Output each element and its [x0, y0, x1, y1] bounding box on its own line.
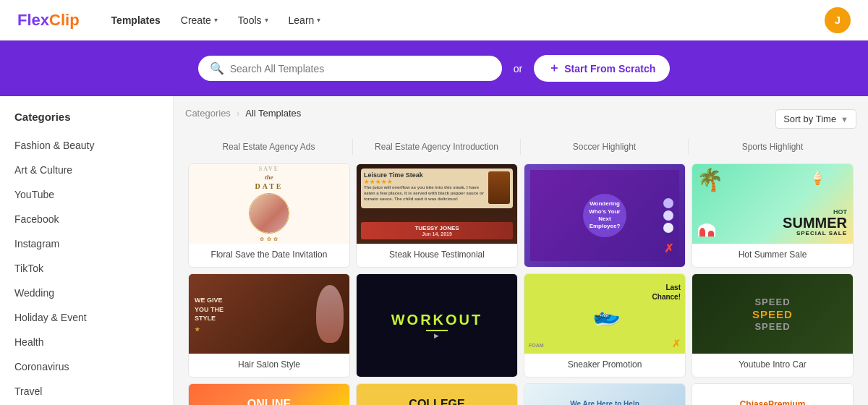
college-text: COLLEGE [409, 398, 464, 406]
sidebar: Categories Fashion & Beauty Art & Cultur… [0, 96, 174, 405]
main-nav: Templates Create ▾ Tools ▾ Learn ▾ [103, 10, 330, 30]
save-date-title: the [265, 174, 273, 181]
template-label-speed: Youtube Intro Car [692, 354, 853, 377]
nav-tools[interactable]: Tools ▾ [229, 10, 277, 30]
template-label-sneaker: Sneaker Promotion [524, 354, 685, 377]
nav-tools-label: Tools [238, 14, 262, 26]
or-text: or [514, 63, 522, 74]
sidebar-item-youtube[interactable]: YouTube [0, 182, 173, 207]
template-recruiting[interactable]: WonderingWho's YourNextEmployee? ✗ Recru… [524, 163, 686, 268]
nav-create-arrow: ▾ [214, 16, 218, 24]
sidebar-item-facebook[interactable]: Facebook [0, 207, 173, 231]
help-text: We Are Here to Help [570, 400, 639, 405]
checkmark-yellow-icon: ✗ [672, 338, 681, 349]
start-from-scratch-button[interactable]: ＋ Start From Scratch [534, 55, 670, 82]
sort-arrow: ▼ [841, 115, 848, 124]
steak-person: TUESSY JONES [364, 225, 510, 231]
search-input[interactable] [230, 63, 490, 74]
template-row-3: ONLINE COLLEGE We Are Here to Help Chias… [185, 380, 856, 405]
sidebar-item-health[interactable]: Health [0, 330, 173, 354]
template-college[interactable]: COLLEGE [356, 383, 518, 405]
avatar[interactable]: J [825, 7, 851, 33]
save-date-circle [249, 193, 289, 234]
template-steak-house[interactable]: Leisure Time Steak ★★★★★ The juice will … [356, 163, 518, 268]
last-chance-text: LastChance! [652, 283, 681, 302]
nav-learn-arrow: ▾ [317, 16, 320, 24]
sidebar-item-tiktok[interactable]: TikTok [0, 256, 173, 281]
template-sneaker[interactable]: 👟 LastChance! FOAM ✗ Sneaker Promotion [524, 273, 686, 378]
start-btn-label: Start From Scratch [564, 63, 655, 74]
template-row-1: SAVE the DATE ✿ ✿ ✿ Floral Save the Date… [185, 161, 856, 270]
checkmark-icon: ✗ [664, 242, 673, 255]
template-chiase[interactable]: ChiasePremium [692, 383, 854, 405]
hair-text: WE GIVEYOU THESTYLE ★ [195, 296, 224, 333]
summer-swim-icon [698, 223, 715, 236]
template-label-recruiting: Recruiting Agency [524, 267, 685, 268]
header: FlexClip Templates Create ▾ Tools ▾ Lear… [0, 0, 868, 40]
online-text: ONLINE [247, 398, 291, 406]
chiase-text: ChiasePremium [740, 399, 806, 406]
recruiting-faces [663, 198, 673, 233]
main-content: Categories Fashion & Beauty Art & Cultur… [0, 96, 868, 405]
steak-brand: Leisure Time Steak [364, 171, 485, 179]
search-bar-container: 🔍 [198, 56, 502, 81]
sidebar-item-wedding[interactable]: Wedding [0, 281, 173, 305]
save-date-date: DATE [255, 182, 283, 190]
sidebar-title: Categories [0, 111, 173, 133]
sort-label: Sort by Time [783, 114, 836, 124]
breadcrumb-current: All Templates [245, 108, 301, 119]
sort-dropdown[interactable]: Sort by Time ▼ [775, 109, 856, 129]
logo-clip: Clip [49, 11, 80, 30]
nav-create[interactable]: Create ▾ [172, 10, 226, 30]
breadcrumb-categories[interactable]: Categories [185, 108, 231, 119]
search-icon: 🔍 [210, 61, 224, 75]
breadcrumb-separator: › [237, 108, 239, 119]
templates-area: Categories › All Templates Sort by Time … [174, 96, 868, 405]
hair-model-silhouette [316, 285, 344, 343]
save-date-flowers: ✿ ✿ ✿ [260, 236, 279, 242]
logo[interactable]: FlexClip [17, 11, 80, 30]
sidebar-item-holiday[interactable]: Holiday & Event [0, 305, 173, 330]
recruiting-circle: WonderingWho's YourNextEmployee? [583, 194, 626, 237]
template-label-summer: Hot Summer Sale [692, 244, 853, 267]
recruiting-bg: WonderingWho's YourNextEmployee? ✗ [530, 170, 679, 261]
sidebar-item-coronavirus[interactable]: Coronavirus [0, 354, 173, 379]
sidebar-item-fashion[interactable]: Fashion & Beauty [0, 133, 173, 158]
template-help[interactable]: We Are Here to Help [524, 383, 686, 405]
workout-text: WORKOUT [391, 312, 483, 328]
col-header-2: Soccer Highlight [521, 139, 689, 155]
template-label-save-date: Floral Save the Date Invitation [189, 244, 349, 267]
col-header-3: Sports Highlight [689, 139, 856, 155]
summer-circle-icon: 🍦 [809, 170, 825, 186]
template-hair-salon[interactable]: WE GIVEYOU THESTYLE ★ Hair Salon Style [188, 273, 350, 378]
column-headers: Real Estate Agency Ads Real Estate Agenc… [185, 139, 856, 155]
template-label-workout: Youtube Intro for Fitness [357, 377, 517, 378]
palm-icon: 🌴 [697, 167, 723, 192]
template-label-steak: Steak House Testimonial [357, 244, 517, 267]
plus-icon: ＋ [548, 61, 560, 76]
nav-tools-arrow: ▾ [265, 16, 268, 24]
workout-sub: ▶ [434, 333, 440, 339]
steak-date: Jun 14, 2019 [364, 231, 510, 236]
template-floral-save-date[interactable]: SAVE the DATE ✿ ✿ ✿ Floral Save the Date… [188, 163, 350, 268]
template-online[interactable]: ONLINE [188, 383, 350, 405]
col-header-1: Real Estate Agency Introduction [353, 139, 521, 155]
workout-divider [426, 330, 448, 331]
steak-stars: ★★★★★ [364, 179, 485, 185]
nav-learn[interactable]: Learn ▾ [280, 10, 330, 30]
logo-flex: Flex [17, 11, 49, 30]
sidebar-item-instagram[interactable]: Instagram [0, 231, 173, 256]
summer-text: HOT SUMMER SPECIAL SALE [783, 208, 847, 236]
nav-templates[interactable]: Templates [103, 10, 169, 30]
sneaker-emoji: 👟 [588, 297, 622, 331]
speed-text: SPEED SPEED SPEED [752, 297, 793, 332]
template-summer-sale[interactable]: 🌴 🍦 HOT SUMMER SPECIAL SALE Hot Sum [692, 163, 854, 268]
workout-content: WORKOUT ▶ [391, 312, 483, 339]
sidebar-item-travel[interactable]: Travel [0, 379, 173, 404]
steak-desc: The juice will overflow as you bite into… [364, 185, 485, 202]
template-workout[interactable]: WORKOUT ▶ Youtube Intro for Fitness [356, 273, 518, 378]
template-speed-car[interactable]: SPEED SPEED SPEED Youtube Intro Car [692, 273, 854, 378]
nav-templates-label: Templates [111, 14, 161, 26]
sidebar-item-art[interactable]: Art & Culture [0, 158, 173, 182]
nav-create-label: Create [181, 14, 211, 26]
